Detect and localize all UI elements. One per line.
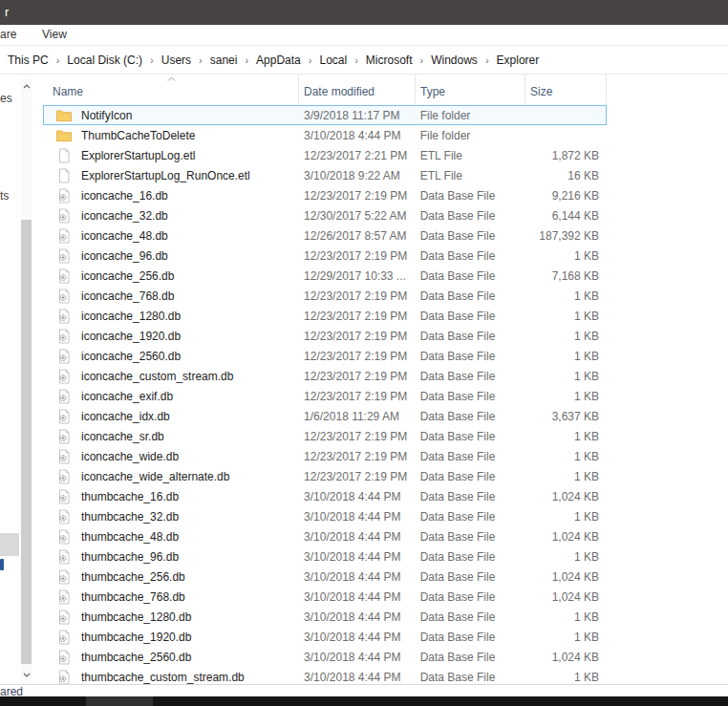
database-file-icon <box>56 188 72 203</box>
chevron-up-icon <box>23 84 31 89</box>
file-name: thumbcache_1280.db <box>81 610 191 624</box>
file-row[interactable]: iconcache_768.db 12/23/2017 2:19 PM Data… <box>43 286 607 306</box>
file-row[interactable]: iconcache_96.db 12/23/2017 2:19 PM Data … <box>43 246 607 266</box>
file-type: ETL File <box>416 169 525 182</box>
chevron-right-icon[interactable]: › <box>301 54 320 66</box>
file-row[interactable]: ExplorerStartupLog_RunOnce.etl 3/10/2018… <box>43 165 607 185</box>
breadcrumb-item[interactable]: Local <box>319 53 347 67</box>
chevron-right-icon[interactable]: › <box>142 54 161 66</box>
file-row[interactable]: iconcache_48.db 12/26/2017 8:57 AM Data … <box>43 225 607 246</box>
column-header-name[interactable]: Name <box>43 75 299 103</box>
file-row[interactable]: thumbcache_48.db 3/10/2018 4:44 PM Data … <box>43 526 607 546</box>
file-size: 1 KB <box>525 370 606 383</box>
taskbar-strip[interactable] <box>0 696 728 706</box>
breadcrumb-item[interactable]: sanei <box>210 53 238 67</box>
file-list-pane: Name Date modified Type Size NotifyIcon … <box>34 75 728 684</box>
file-row[interactable]: iconcache_32.db 12/30/2017 5:22 AM Data … <box>43 205 607 225</box>
title-bar[interactable]: r <box>0 0 728 25</box>
address-bar[interactable]: This PC › Local Disk (C:) › Users › sane… <box>0 46 728 75</box>
tab-share[interactable]: are <box>0 28 16 41</box>
database-file-icon <box>56 509 72 524</box>
file-row[interactable]: NotifyIcon 3/9/2018 11:17 PM File folder <box>43 105 607 125</box>
sort-ascending-icon <box>167 76 176 81</box>
file-row[interactable]: ThumbCacheToDelete 3/10/2018 4:44 PM Fil… <box>43 125 607 145</box>
column-header-size[interactable]: Size <box>525 75 607 103</box>
file-name: iconcache_wide.db <box>81 450 179 463</box>
taskbar-button[interactable] <box>86 696 153 706</box>
file-date-modified: 12/23/2017 2:19 PM <box>299 370 416 383</box>
file-row[interactable]: iconcache_sr.db 12/23/2017 2:19 PM Data … <box>43 426 607 446</box>
file-name: NotifyIcon <box>81 109 132 122</box>
file-type: Data Base File <box>416 550 525 564</box>
file-type: Data Base File <box>416 229 525 243</box>
scrollbar-thumb[interactable] <box>21 220 32 664</box>
scroll-up-button[interactable] <box>21 78 32 94</box>
navigation-pane: es ts <box>0 75 34 684</box>
file-row[interactable]: thumbcache_32.db 3/10/2018 4:44 PM Data … <box>43 506 607 526</box>
file-row[interactable]: iconcache_wide_alternate.db 12/23/2017 2… <box>43 466 607 486</box>
file-row[interactable]: iconcache_1920.db 12/23/2017 2:19 PM Dat… <box>43 326 607 346</box>
sidebar-item-fragment[interactable]: ts <box>0 189 9 203</box>
file-type: Data Base File <box>416 430 525 443</box>
file-row[interactable]: thumbcache_16.db 3/10/2018 4:44 PM Data … <box>43 486 607 506</box>
file-row[interactable]: thumbcache_256.db 3/10/2018 4:44 PM Data… <box>43 567 607 587</box>
file-row[interactable]: iconcache_16.db 12/23/2017 2:19 PM Data … <box>43 185 607 205</box>
file-size: 1 KB <box>525 350 606 363</box>
breadcrumb-item[interactable]: Local Disk (C:) <box>67 53 142 67</box>
sidebar-selected-item[interactable] <box>0 533 19 556</box>
breadcrumb-item[interactable]: Users <box>161 53 191 67</box>
file-row[interactable]: iconcache_idx.db 1/6/2018 11:29 AM Data … <box>43 406 607 426</box>
file-type: Data Base File <box>416 631 525 644</box>
tab-view[interactable]: View <box>42 28 67 41</box>
file-type: File folder <box>416 109 525 122</box>
file-size: 1,024 KB <box>525 490 606 503</box>
file-row[interactable]: ExplorerStartupLog.etl 12/23/2017 2:21 P… <box>43 145 607 165</box>
file-size: 1 KB <box>525 330 606 343</box>
breadcrumb-item[interactable]: This PC <box>8 53 49 67</box>
file-row[interactable]: iconcache_wide.db 12/23/2017 2:19 PM Dat… <box>43 446 607 466</box>
breadcrumb-item[interactable]: Microsoft <box>366 53 413 67</box>
file-date-modified: 12/29/2017 10:33 ... <box>299 269 416 283</box>
file-name: iconcache_768.db <box>81 289 174 303</box>
nav-scrollbar[interactable] <box>21 78 32 682</box>
database-file-icon <box>56 309 72 324</box>
database-file-icon <box>56 489 72 504</box>
chevron-right-icon[interactable]: › <box>237 54 256 66</box>
file-row[interactable]: thumbcache_96.db 3/10/2018 4:44 PM Data … <box>43 546 607 567</box>
file-date-modified: 3/9/2018 11:17 PM <box>299 109 416 122</box>
breadcrumb-item[interactable]: Explorer <box>497 53 540 67</box>
file-size: 1,024 KB <box>525 530 606 544</box>
chevron-right-icon[interactable]: › <box>478 54 497 66</box>
chevron-right-icon[interactable]: › <box>191 54 210 66</box>
column-header-type[interactable]: Type <box>416 75 525 103</box>
file-type: Data Base File <box>416 590 525 604</box>
file-row[interactable]: thumbcache_2560.db 3/10/2018 4:44 PM Dat… <box>43 647 607 667</box>
breadcrumb-item[interactable]: AppData <box>256 53 301 67</box>
column-header-date-modified[interactable]: Date modified <box>299 75 416 103</box>
file-name: iconcache_256.db <box>81 269 174 283</box>
file-name: iconcache_wide_alternate.db <box>81 470 229 483</box>
file-row[interactable]: iconcache_2560.db 12/23/2017 2:19 PM Dat… <box>43 346 607 366</box>
file-row[interactable]: iconcache_1280.db 12/23/2017 2:19 PM Dat… <box>43 306 607 326</box>
chevron-right-icon[interactable]: › <box>49 54 68 66</box>
file-name: iconcache_2560.db <box>81 350 181 363</box>
file-row[interactable]: iconcache_custom_stream.db 12/23/2017 2:… <box>43 366 607 386</box>
file-row[interactable]: iconcache_256.db 12/29/2017 10:33 ... Da… <box>43 266 607 286</box>
chevron-right-icon[interactable]: › <box>413 54 432 66</box>
file-date-modified: 3/10/2018 4:44 PM <box>299 490 416 503</box>
file-row[interactable]: thumbcache_1920.db 3/10/2018 4:44 PM Dat… <box>43 627 607 647</box>
file-row[interactable]: thumbcache_1280.db 3/10/2018 4:44 PM Dat… <box>43 607 607 627</box>
file-size: 3,637 KB <box>525 410 606 423</box>
database-file-icon <box>56 349 72 364</box>
breadcrumb-item[interactable]: Windows <box>431 53 478 67</box>
sidebar-item-fragment[interactable]: es <box>0 92 12 105</box>
file-row[interactable]: thumbcache_custom_stream.db 3/10/2018 4:… <box>43 667 607 684</box>
chevron-right-icon[interactable]: › <box>347 54 366 66</box>
database-file-icon <box>56 289 72 304</box>
file-row[interactable]: thumbcache_768.db 3/10/2018 4:44 PM Data… <box>43 587 607 607</box>
file-type: Data Base File <box>416 470 525 483</box>
file-icon <box>56 148 72 163</box>
scroll-down-button[interactable] <box>21 667 32 682</box>
file-size: 1 KB <box>525 390 606 403</box>
file-row[interactable]: iconcache_exif.db 12/23/2017 2:19 PM Dat… <box>43 386 607 406</box>
